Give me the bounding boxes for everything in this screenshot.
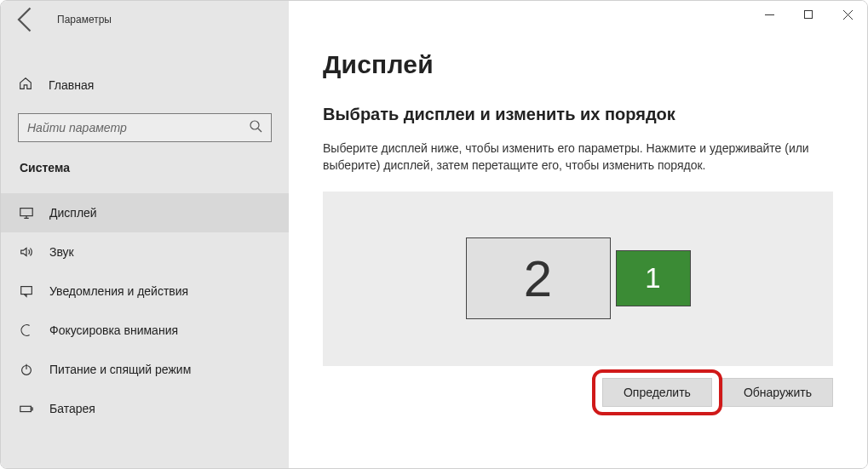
page-title: Дисплей [323, 50, 833, 79]
search-icon [249, 119, 262, 136]
svg-rect-5 [31, 408, 32, 410]
home-link[interactable]: Главная [1, 66, 289, 105]
content: Дисплей Выбрать дисплеи и изменить их по… [289, 1, 867, 407]
detect-button[interactable]: Обнаружить [722, 378, 833, 407]
nav-label: Батарея [49, 402, 95, 415]
focus-icon [19, 323, 34, 338]
svg-rect-1 [20, 209, 32, 216]
main-panel: Дисплей Выбрать дисплеи и изменить их по… [289, 1, 867, 468]
category-label: Система [1, 142, 289, 183]
close-button[interactable] [828, 1, 867, 28]
home-label: Главная [49, 78, 94, 92]
maximize-button[interactable] [789, 1, 828, 28]
battery-icon [19, 401, 34, 416]
monitor-1[interactable]: 1 [616, 250, 691, 306]
power-icon [19, 362, 34, 377]
nav-label: Дисплей [49, 206, 97, 220]
search-input[interactable] [27, 121, 249, 134]
svg-rect-4 [20, 406, 32, 411]
nav-label: Уведомления и действия [49, 284, 188, 298]
button-row: Определить Обнаружить [323, 378, 833, 407]
sidebar-item-sound[interactable]: Звук [1, 232, 289, 272]
svg-rect-6 [805, 11, 813, 19]
window-controls [750, 1, 867, 28]
sound-icon [19, 244, 34, 260]
search-box[interactable] [18, 113, 272, 142]
sidebar-item-power[interactable]: Питание и спящий режим [1, 350, 289, 389]
monitors-wrap: 2 1 [466, 237, 691, 319]
minimize-button[interactable] [750, 1, 789, 28]
nav-label: Питание и спящий режим [49, 363, 191, 376]
svg-rect-2 [21, 287, 32, 295]
sidebar-item-focus[interactable]: Фокусировка внимания [1, 311, 289, 350]
nav-list: Дисплей Звук Уведомления и действия Фоку… [1, 193, 289, 428]
notifications-icon [19, 283, 34, 299]
nav-label: Фокусировка внимания [49, 323, 178, 337]
section-desc: Выберите дисплей ниже, чтобы изменить ег… [323, 140, 833, 174]
monitor-2[interactable]: 2 [466, 237, 611, 319]
home-icon [18, 76, 33, 94]
sidebar-item-notifications[interactable]: Уведомления и действия [1, 272, 289, 311]
sidebar-item-battery[interactable]: Батарея [1, 389, 289, 428]
nav-label: Звук [49, 245, 74, 259]
svg-point-0 [250, 121, 259, 129]
display-arrangement-area[interactable]: 2 1 [323, 192, 833, 366]
window-title: Параметры [45, 14, 112, 26]
sidebar-item-display[interactable]: Дисплей [1, 193, 289, 232]
display-icon [19, 205, 34, 220]
identify-button[interactable]: Определить [602, 378, 712, 407]
sidebar: Параметры Главная Система Дисплей [1, 1, 289, 468]
titlebar: Параметры [1, 1, 289, 38]
settings-window: Параметры Главная Система Дисплей [1, 1, 867, 468]
back-button[interactable] [11, 4, 42, 35]
section-title: Выбрать дисплеи и изменить их порядок [323, 105, 833, 124]
